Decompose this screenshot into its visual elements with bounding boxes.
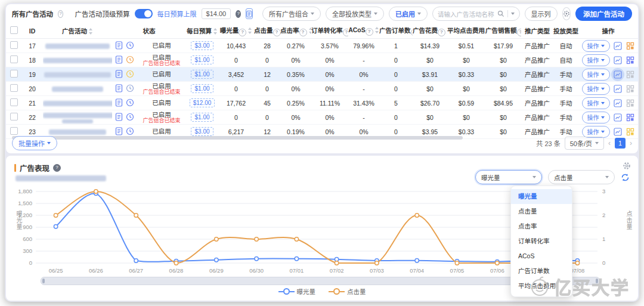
document-icon[interactable] [115,70,123,79]
legend-item[interactable]: 曝光量 [278,287,316,296]
campaign-name-redacted[interactable] [43,67,112,82]
target-type-cell: 手动 [553,110,578,125]
campaign-name-redacted[interactable] [43,110,112,125]
sort-icon[interactable] [374,27,379,33]
cpc-cell: $0.51 [447,39,485,53]
daily-budget-cell[interactable]: $12.00 [186,96,218,110]
chart-icon[interactable] [613,41,623,51]
search-icon[interactable] [497,10,504,17]
chart-icon[interactable] [613,113,623,122]
document-icon[interactable] [115,98,123,108]
document-icon[interactable] [115,84,123,94]
sort-icon[interactable] [247,27,252,34]
help-icon: ? [58,10,63,18]
row-actions-button[interactable]: 操作 [582,54,610,66]
daily-budget-cap-label[interactable]: 每日预算上限 [157,9,197,18]
current-page-button[interactable]: 1 [615,138,626,149]
row-checkbox[interactable] [6,82,21,96]
promo-type-cell: 产品推广 [521,82,553,96]
search-placeholder: 请输入广告活动名称 [438,10,494,18]
document-icon[interactable] [115,127,123,137]
row-actions-button[interactable]: 操作 [582,83,610,95]
sort-icon[interactable] [88,28,93,35]
status-cell: 已启用广告组合已结束 [137,82,186,96]
select-all-checkbox[interactable] [6,23,21,39]
row-checkbox[interactable] [6,39,21,53]
all-campaigns-label: 所有广告活动 [12,9,53,18]
daily-budget-cell[interactable]: $1.00 [186,82,218,96]
metric-select-2[interactable]: 点击量 [548,170,615,184]
chart-icon[interactable] [613,127,623,137]
daily-budget-cell[interactable]: $3.00 [186,39,218,53]
targeting-type-filter-select[interactable]: 全部投放类型 [326,7,384,21]
daily-budget-cap-value[interactable]: $14.00 [202,8,231,19]
row-checkbox[interactable] [6,67,21,82]
clock-icon[interactable] [126,41,134,51]
portfolio-filter-select[interactable]: 所有广告组合 [262,7,321,21]
portfolio-grid-icon[interactable] [626,70,635,79]
settings-icon[interactable] [562,7,571,20]
spend-cell: $0 [413,82,447,96]
chart-icon[interactable] [613,55,623,65]
campaign-name-redacted[interactable] [43,96,112,110]
campaign-name-redacted[interactable] [43,82,112,96]
clock-icon[interactable] [126,84,134,94]
sort-icon[interactable] [447,27,447,34]
clock-icon[interactable] [126,127,134,137]
refresh-icon[interactable] [621,173,630,182]
top-budget-toggle[interactable] [135,9,153,18]
row-actions-button[interactable]: 操作 [582,40,610,52]
daily-budget-cell[interactable]: $1.00 [186,53,218,67]
chevron-down-icon[interactable] [511,13,515,15]
add-campaign-button[interactable]: 添加广告活动 [575,7,632,21]
col-header: 每日预算 [186,23,218,39]
clock-icon[interactable] [126,113,134,122]
page-size-select[interactable]: 50条/页 [565,137,604,150]
portfolio-grid-icon[interactable] [626,113,635,122]
spend-cell: $3.91 [413,67,447,82]
campaign-id: 18 [21,53,43,67]
row-actions-button[interactable]: 操作 [582,69,610,81]
dropdown-item[interactable]: 曝光量 [511,189,572,204]
clock-icon[interactable] [126,98,134,108]
daily-budget-cell[interactable]: $1.00 [186,110,218,125]
dropdown-item[interactable]: 点击量 [511,204,572,219]
portfolio-grid-icon[interactable] [626,98,635,108]
sort-icon[interactable] [213,28,218,35]
bulk-actions-button[interactable]: 批量操作 [12,136,57,150]
portfolio-grid-icon[interactable] [626,127,635,137]
clock-icon[interactable] [126,70,134,79]
row-actions-button[interactable]: 操作 [582,97,610,109]
chart-icon[interactable] [613,98,623,108]
row-checkbox[interactable] [6,53,21,67]
row-checkbox[interactable] [6,110,21,125]
sort-icon[interactable] [308,27,312,34]
campaign-name-redacted[interactable] [43,53,112,67]
chart-icon[interactable] [613,70,623,79]
clock-icon[interactable] [126,55,134,65]
budget-detail-icon[interactable] [246,8,253,19]
document-icon[interactable] [115,41,123,51]
dropdown-item[interactable]: 点击率 [511,219,572,234]
show-columns-button[interactable]: 显示列 [525,7,558,21]
prev-page-button[interactable]: ‹ [608,139,611,147]
portfolio-grid-icon[interactable] [626,41,635,51]
legend-item[interactable]: 点击量 [329,287,366,296]
portfolio-grid-icon[interactable] [626,55,635,65]
col-header: ID [21,23,43,39]
chart-icon[interactable] [613,84,623,94]
daily-budget-cell[interactable]: $1.00 [186,67,218,82]
document-icon[interactable] [115,113,123,122]
next-page-button[interactable]: › [630,139,632,147]
metric-select-1[interactable]: 曝光量 [475,170,542,184]
status-filter-select[interactable]: 已启用 [389,7,428,21]
row-checkbox[interactable] [6,96,21,110]
document-icon[interactable] [115,55,123,65]
campaign-search-input[interactable]: 请输入广告活动名称 [432,7,520,21]
campaign-name-redacted[interactable] [43,39,112,53]
spend-cell: $0 [413,53,447,67]
dropdown-item[interactable]: ACoS [511,249,572,264]
portfolio-grid-icon[interactable] [626,84,635,94]
row-actions-button[interactable]: 操作 [582,112,610,123]
dropdown-item[interactable]: 订单转化率 [511,234,572,249]
